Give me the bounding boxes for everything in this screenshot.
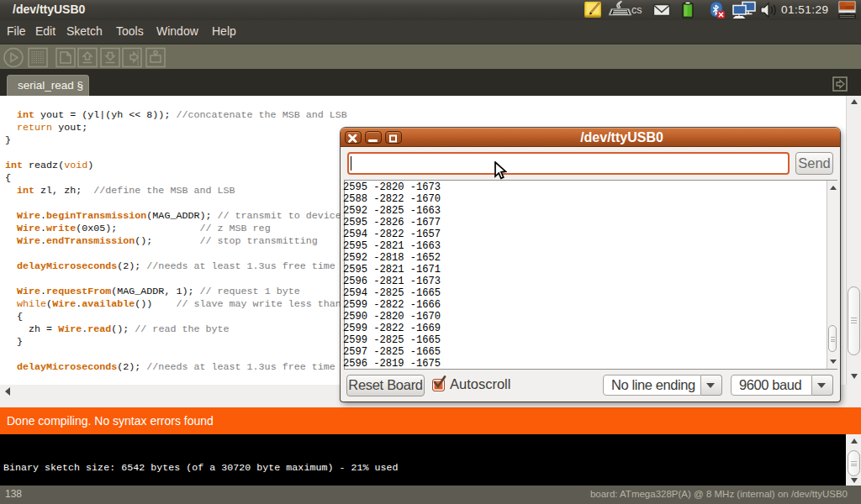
svg-text:cs: cs	[631, 4, 642, 16]
